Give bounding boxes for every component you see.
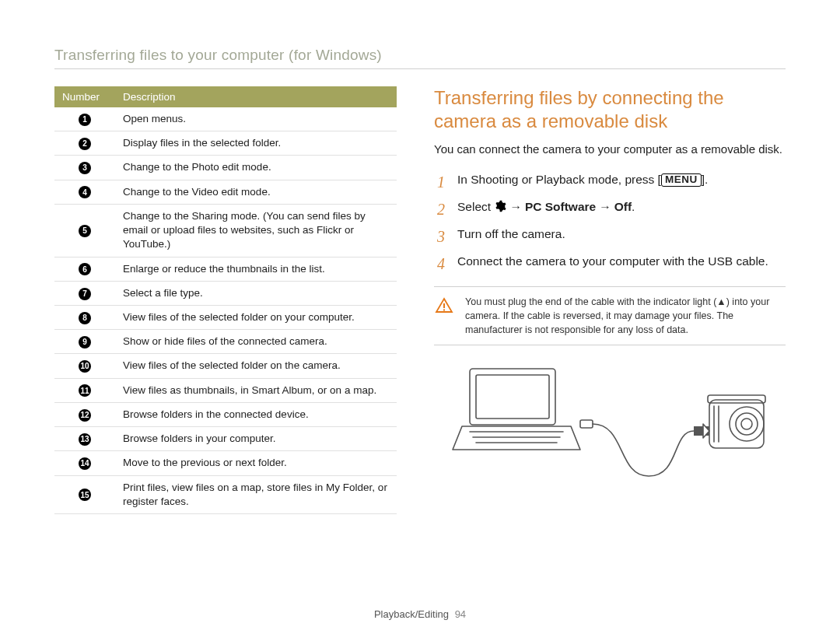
table-row: 7Select a file type. — [54, 281, 397, 305]
manual-page: Transferring files to your computer (for… — [0, 0, 840, 634]
step-bold-text: PC Software — [525, 200, 596, 213]
svg-rect-2 — [470, 369, 555, 425]
table-cell-desc: Select a file type. — [115, 281, 397, 305]
section-lead: You can connect the camera to your compu… — [434, 141, 786, 157]
table-row: 10View files of the selected folder on t… — [54, 354, 397, 378]
table-row: 14Move to the previous or next folder. — [54, 451, 397, 475]
table-row: 8View files of the selected folder on yo… — [54, 305, 397, 329]
number-description-table: Number Description 1Open menus.2Display … — [54, 86, 397, 514]
svg-rect-11 — [708, 395, 765, 403]
circled-number-icon: 3 — [79, 162, 91, 174]
footer-section: Playback/Editing — [374, 608, 449, 620]
table-row: 15Print files, view files on a map, stor… — [54, 475, 397, 513]
table-cell-desc: Browse folders in your computer. — [115, 427, 397, 451]
step-body: Turn off the camera. — [457, 226, 786, 248]
steps-list: 1 In Shooting or Playback mode, press [M… — [434, 171, 786, 275]
step-number: 3 — [434, 226, 448, 248]
svg-point-13 — [736, 413, 758, 435]
step-number: 2 — [434, 198, 448, 221]
page-footer: Playback/Editing 94 — [0, 608, 840, 620]
circled-number-icon: 9 — [79, 336, 91, 349]
circled-number-icon: 5 — [79, 225, 91, 237]
table-cell-desc: Print files, view files on a map, store … — [115, 475, 397, 513]
circled-number-icon: 1 — [79, 114, 91, 126]
topic-title: Transferring files to your computer (for… — [54, 47, 786, 65]
arrow-icon: → — [506, 200, 525, 213]
circled-number-icon: 2 — [79, 138, 91, 150]
table-cell-number: 8 — [54, 305, 115, 329]
table-cell-desc: Enlarge or reduce the thumbnails in the … — [115, 257, 397, 281]
table-cell-number: 15 — [54, 475, 115, 513]
table-row: 5Change to the Sharing mode. (You can se… — [54, 204, 397, 257]
table-cell-desc: Change to the Photo edit mode. — [115, 156, 397, 180]
table-cell-desc: View files as thumbnails, in Smart Album… — [115, 378, 397, 402]
table-cell-number: 6 — [54, 257, 115, 281]
step-item: 3 Turn off the camera. — [434, 226, 786, 248]
table-row: 11View files as thumbnails, in Smart Alb… — [54, 378, 397, 402]
gear-icon — [494, 200, 506, 212]
table-row: 9Show or hide files of the connected cam… — [54, 330, 397, 354]
table-cell-desc: Change to the Video edit mode. — [115, 180, 397, 204]
caution-text: You must plug the end of the cable with … — [465, 295, 779, 337]
connection-illustration — [434, 359, 786, 492]
svg-rect-7 — [580, 420, 593, 428]
table-header-desc: Description — [115, 86, 397, 107]
step-text: Select — [457, 200, 494, 213]
footer-page-number: 94 — [455, 608, 466, 620]
step-text: ]. — [702, 173, 709, 186]
table-cell-desc: Change to the Sharing mode. (You can sen… — [115, 204, 397, 257]
svg-rect-1 — [443, 310, 445, 311]
svg-rect-3 — [476, 375, 549, 419]
table-row: 4Change to the Video edit mode. — [54, 180, 397, 204]
table-cell-number: 13 — [54, 427, 115, 451]
step-text: In Shooting or Playback mode, press [ — [457, 173, 661, 186]
step-item: 4 Connect the camera to your computer wi… — [434, 253, 786, 275]
table-cell-number: 12 — [54, 402, 115, 426]
table-cell-desc: Open menus. — [115, 107, 397, 131]
circled-number-icon: 4 — [79, 186, 91, 198]
table-row: 1Open menus. — [54, 107, 397, 131]
table-row: 3Change to the Photo edit mode. — [54, 156, 397, 180]
table-cell-number: 2 — [54, 131, 115, 156]
circled-number-icon: 12 — [79, 409, 91, 422]
circled-number-icon: 8 — [79, 312, 91, 324]
svg-rect-10 — [709, 400, 764, 448]
svg-point-14 — [741, 419, 752, 429]
table-cell-number: 4 — [54, 180, 115, 204]
table-cell-desc: View files of the selected folder on the… — [115, 354, 397, 378]
step-text: Turn off the camera. — [457, 227, 565, 240]
table-cell-number: 7 — [54, 281, 115, 305]
step-body: Select →PC Software→Off. — [457, 198, 786, 221]
step-text: . — [632, 200, 635, 213]
menu-button-label: MENU — [661, 173, 702, 187]
table-cell-desc: Move to the previous or next folder. — [115, 451, 397, 475]
svg-marker-9 — [703, 424, 709, 438]
step-text: Connect the camera to your computer with… — [457, 254, 768, 268]
right-column: Transferring files by connecting the cam… — [434, 86, 786, 514]
table-cell-desc: View files of the selected folder on you… — [115, 305, 397, 329]
arrow-icon: → — [596, 200, 614, 213]
circled-number-icon: 6 — [79, 263, 91, 275]
table-cell-number: 10 — [54, 354, 115, 378]
step-number: 4 — [434, 253, 448, 275]
table-cell-number: 9 — [54, 330, 115, 354]
table-row: 6Enlarge or reduce the thumbnails in the… — [54, 257, 397, 281]
table-cell-desc: Display files in the selected folder. — [115, 131, 397, 156]
table-row: 12Browse folders in the connected device… — [54, 402, 397, 426]
step-body: Connect the camera to your computer with… — [457, 253, 786, 275]
table-cell-number: 1 — [54, 107, 115, 131]
circled-number-icon: 11 — [79, 384, 91, 397]
table-cell-desc: Browse folders in the connected device. — [115, 402, 397, 426]
table-cell-number: 11 — [54, 378, 115, 402]
section-heading: Transferring files by connecting the cam… — [434, 86, 786, 133]
table-row: 13Browse folders in your computer. — [54, 427, 397, 451]
step-number: 1 — [434, 171, 448, 194]
step-bold-text: Off — [614, 200, 632, 213]
step-item: 1 In Shooting or Playback mode, press [M… — [434, 171, 786, 194]
table-cell-number: 14 — [54, 451, 115, 475]
circled-number-icon: 10 — [79, 360, 91, 373]
circled-number-icon: 7 — [79, 288, 91, 300]
table-cell-number: 5 — [54, 204, 115, 257]
circled-number-icon: 15 — [79, 489, 91, 501]
circled-number-icon: 14 — [79, 457, 91, 470]
